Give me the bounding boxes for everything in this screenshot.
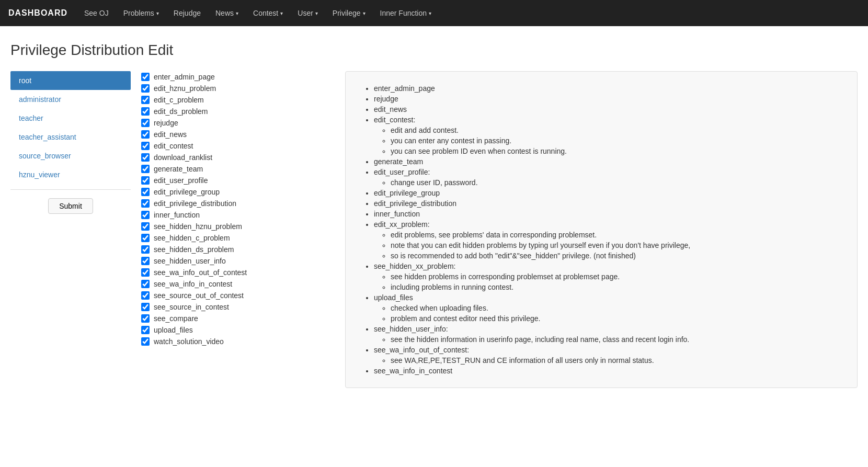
info-sub-item: see the hidden information in userinfo p… bbox=[391, 335, 841, 344]
check-item-see_hidden_c_problem: see_hidden_c_problem bbox=[141, 232, 335, 244]
check-item-see_source_in_contest: see_source_in_contest bbox=[141, 301, 335, 313]
info-item: see_wa_info_out_of_contest:see WA,RE,PE,… bbox=[374, 346, 841, 365]
check-label-edit_hznu_problem: edit_hznu_problem bbox=[154, 84, 216, 93]
info-item: upload_files bbox=[374, 293, 841, 302]
checklist: enter_admin_pageedit_hznu_problemedit_c_… bbox=[141, 71, 335, 388]
submit-button[interactable]: Submit bbox=[48, 198, 93, 214]
checkbox-see_hidden_user_info[interactable] bbox=[141, 257, 150, 265]
info-sub-item: edit problems, see problems' data in cor… bbox=[391, 231, 841, 239]
nav-item-user[interactable]: User▾ bbox=[291, 5, 324, 21]
checkbox-watch_solution_video[interactable] bbox=[141, 337, 150, 346]
sidebar-item-teacher[interactable]: teacher bbox=[10, 109, 131, 128]
info-sub-item: including problems in running contest. bbox=[391, 283, 841, 291]
nav-item-privilege[interactable]: Privilege▾ bbox=[326, 5, 372, 21]
check-label-download_ranklist: download_ranklist bbox=[154, 153, 212, 162]
check-item-generate_team: generate_team bbox=[141, 163, 335, 175]
chevron-down-icon: ▾ bbox=[280, 10, 283, 16]
nav-item-contest[interactable]: Contest▾ bbox=[247, 5, 289, 21]
info-sub-item: you can enter any contest in passing. bbox=[391, 136, 841, 145]
checkbox-see_source_in_contest[interactable] bbox=[141, 303, 150, 311]
check-item-edit_hznu_problem: edit_hznu_problem bbox=[141, 83, 335, 94]
nav-item-inner-function[interactable]: Inner Function▾ bbox=[374, 5, 438, 21]
checkbox-see_hidden_hznu_problem[interactable] bbox=[141, 222, 150, 231]
checkbox-see_wa_info_in_contest[interactable] bbox=[141, 280, 150, 288]
check-label-see_hidden_hznu_problem: see_hidden_hznu_problem bbox=[154, 222, 242, 231]
nav-item-problems[interactable]: Problems▾ bbox=[117, 5, 165, 21]
nav-brand[interactable]: DASHBOARD bbox=[8, 8, 67, 18]
check-item-edit_contest: edit_contest bbox=[141, 140, 335, 152]
info-sub-item: edit and add contest. bbox=[391, 126, 841, 134]
checkbox-edit_news[interactable] bbox=[141, 130, 150, 139]
chevron-down-icon: ▾ bbox=[236, 10, 238, 16]
nav-item-news[interactable]: News▾ bbox=[209, 5, 245, 21]
check-item-see_compare: see_compare bbox=[141, 313, 335, 324]
info-item: generate_team bbox=[374, 157, 841, 166]
checkbox-edit_privilege_group[interactable] bbox=[141, 188, 150, 196]
check-label-see_hidden_ds_problem: see_hidden_ds_problem bbox=[154, 245, 234, 254]
sidebar-item-administrator[interactable]: administrator bbox=[10, 90, 131, 109]
chevron-down-icon: ▾ bbox=[315, 10, 318, 16]
check-label-see_compare: see_compare bbox=[154, 314, 198, 323]
check-item-rejudge: rejudge bbox=[141, 117, 335, 129]
checkbox-see_wa_info_out_of_contest[interactable] bbox=[141, 268, 150, 277]
info-item: see_wa_info_in_contest bbox=[374, 367, 841, 375]
info-item: rejudge bbox=[374, 95, 841, 103]
info-sub-item: you can see problem ID even when contest… bbox=[391, 147, 841, 155]
checkbox-edit_ds_problem[interactable] bbox=[141, 107, 150, 116]
checkbox-see_compare[interactable] bbox=[141, 314, 150, 323]
check-item-edit_c_problem: edit_c_problem bbox=[141, 94, 335, 106]
checkbox-edit_hznu_problem[interactable] bbox=[141, 84, 150, 93]
check-label-see_wa_info_out_of_contest: see_wa_info_out_of_contest bbox=[154, 268, 247, 277]
checkbox-edit_c_problem[interactable] bbox=[141, 96, 150, 104]
check-label-rejudge: rejudge bbox=[154, 119, 178, 127]
sidebar-item-hznu_viewer[interactable]: hznu_viewer bbox=[10, 165, 131, 184]
check-label-upload_files: upload_files bbox=[154, 326, 193, 334]
checkbox-download_ranklist[interactable] bbox=[141, 153, 150, 162]
checkbox-inner_function[interactable] bbox=[141, 211, 150, 219]
checkbox-see_hidden_c_problem[interactable] bbox=[141, 234, 150, 242]
check-label-edit_contest: edit_contest bbox=[154, 142, 193, 150]
page-content: Privilege Distribution Edit rootadminist… bbox=[0, 26, 868, 404]
check-label-watch_solution_video: watch_solution_video bbox=[154, 337, 224, 346]
nav-item-see-oj[interactable]: See OJ bbox=[78, 5, 115, 21]
info-item: see_hidden_user_info:see the hidden info… bbox=[374, 325, 841, 344]
check-label-see_wa_info_in_contest: see_wa_info_in_contest bbox=[154, 280, 232, 288]
checkbox-edit_user_profile[interactable] bbox=[141, 176, 150, 185]
sidebar-item-source_browser[interactable]: source_browser bbox=[10, 146, 131, 165]
check-item-edit_news: edit_news bbox=[141, 129, 335, 140]
navbar: DASHBOARD See OJProblems▾RejudgeNews▾Con… bbox=[0, 0, 868, 26]
check-item-edit_privilege_distribution: edit_privilege_distribution bbox=[141, 198, 335, 209]
chevron-down-icon: ▾ bbox=[363, 10, 366, 16]
check-item-see_wa_info_out_of_contest: see_wa_info_out_of_contest bbox=[141, 267, 335, 278]
check-item-watch_solution_video: watch_solution_video bbox=[141, 336, 335, 347]
page-title: Privilege Distribution Edit bbox=[10, 42, 858, 59]
main-layout: rootadministratorteacherteacher_assistan… bbox=[10, 71, 858, 388]
checkbox-upload_files[interactable] bbox=[141, 326, 150, 334]
check-item-download_ranklist: download_ranklist bbox=[141, 152, 335, 163]
info-item: edit_privilege_group bbox=[374, 189, 841, 197]
info-sub-item: so is recommended to add both "edit"&"se… bbox=[391, 252, 841, 260]
checkbox-edit_contest[interactable] bbox=[141, 142, 150, 150]
check-item-see_hidden_hznu_problem: see_hidden_hznu_problem bbox=[141, 221, 335, 232]
checkbox-enter_admin_page[interactable] bbox=[141, 73, 150, 81]
check-item-inner_function: inner_function bbox=[141, 209, 335, 221]
info-item: edit_xx_problem:edit problems, see probl… bbox=[374, 220, 841, 260]
checkbox-generate_team[interactable] bbox=[141, 165, 150, 173]
check-item-see_hidden_ds_problem: see_hidden_ds_problem bbox=[141, 244, 335, 255]
sidebar-divider bbox=[10, 189, 131, 190]
checkbox-edit_privilege_distribution[interactable] bbox=[141, 199, 150, 208]
checkbox-see_hidden_ds_problem[interactable] bbox=[141, 245, 150, 254]
chevron-down-icon: ▾ bbox=[429, 10, 431, 16]
checkbox-see_source_out_of_contest[interactable] bbox=[141, 291, 150, 300]
checkbox-rejudge[interactable] bbox=[141, 119, 150, 127]
sidebar-item-teacher_assistant[interactable]: teacher_assistant bbox=[10, 128, 131, 146]
nav-items: See OJProblems▾RejudgeNews▾Contest▾User▾… bbox=[78, 5, 438, 21]
check-label-see_hidden_c_problem: see_hidden_c_problem bbox=[154, 234, 230, 242]
sidebar-item-root[interactable]: root bbox=[10, 71, 131, 90]
info-item: edit_contest:edit and add contest.you ca… bbox=[374, 116, 841, 155]
nav-item-rejudge[interactable]: Rejudge bbox=[167, 5, 207, 21]
info-sub-item: note that you can edit hidden problems b… bbox=[391, 241, 841, 249]
chevron-down-icon: ▾ bbox=[156, 10, 159, 16]
check-label-edit_news: edit_news bbox=[154, 130, 187, 139]
info-sub-item: checked when uploading files. bbox=[391, 304, 841, 312]
